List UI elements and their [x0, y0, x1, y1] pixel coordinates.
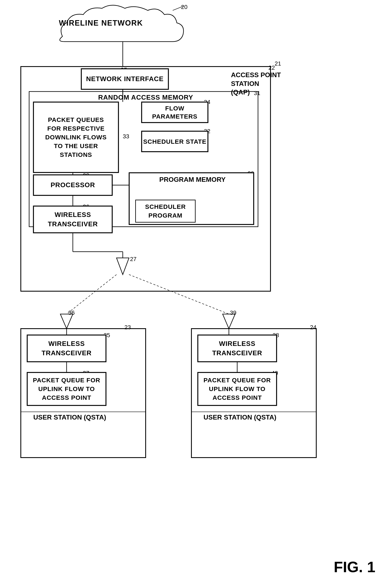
sta1-packet-queue-box: PACKET QUEUE FOR UPLINK FLOW TO ACCESS P…	[27, 372, 106, 406]
sta1-user-station-label: USER STATION (QSTA)	[33, 414, 106, 421]
flow-parameters-box: FLOW PARAMETERS	[142, 102, 208, 123]
wireline-network-label: WIRELINE NETWORK	[46, 19, 156, 27]
sta2-wireless-transceiver-box: WIRELESS TRANSCEIVER	[198, 335, 277, 362]
sta1-wireless-transceiver-box: WIRELESS TRANSCEIVER	[27, 335, 106, 362]
ref-20: 20	[181, 4, 188, 10]
svg-marker-35	[223, 314, 235, 329]
ref-39: 39	[230, 310, 236, 316]
sta2-user-station-label: USER STATION (QSTA)	[204, 414, 276, 421]
svg-line-23	[129, 275, 229, 314]
svg-marker-20	[116, 258, 129, 275]
ref-33: 33	[123, 133, 129, 140]
packet-queues-box: PACKET QUEUES FOR RESPECTIVE DOWNLINK FL…	[33, 102, 118, 173]
program-memory-label: PROGRAM MEMORY	[146, 176, 239, 183]
diagram: NETWORK INTERFACE WIRELINE NETWORK 20 21…	[0, 0, 392, 588]
ref-36: 36	[68, 310, 75, 316]
wireless-transceiver-ap-box: WIRELESS TRANSCEIVER	[33, 206, 112, 233]
svg-line-22	[66, 275, 116, 314]
ref-23: 23	[124, 324, 131, 331]
svg-marker-28	[60, 314, 73, 329]
processor-box: PROCESSOR	[33, 175, 112, 195]
sta2-packet-queue-box: PACKET QUEUE FOR UPLINK FLOW TO ACCESS P…	[198, 372, 277, 406]
network-interface-box: NETWORK INTERFACE	[81, 69, 168, 89]
scheduler-state-box: SCHEDULER STATE	[142, 131, 208, 152]
access-point-label: ACCESS POINT STATION (QAP)	[231, 71, 281, 97]
ref-21: 21	[275, 60, 281, 67]
scheduler-program-box: SCHEDULER PROGRAM	[135, 200, 196, 223]
ram-label: RANDOM ACCESS MEMORY	[83, 94, 208, 101]
svg-overlay	[0, 0, 392, 588]
fig-label: FIG. 1	[334, 559, 375, 576]
ref-27: 27	[130, 256, 136, 262]
ref-24: 24	[310, 324, 316, 331]
ref-22: 22	[268, 64, 275, 71]
